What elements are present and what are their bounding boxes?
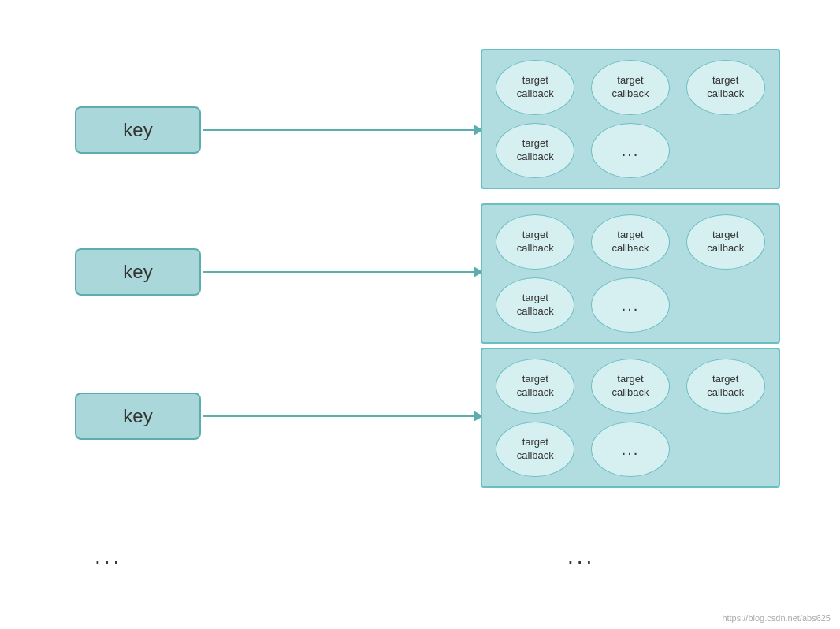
callback-oval-2-1: targetcallback (496, 214, 574, 270)
callback-oval-2-3: targetcallback (686, 214, 765, 270)
callback-oval-1-3: targetcallback (686, 60, 765, 115)
callback-oval-2-2: targetcallback (591, 214, 670, 270)
callback-oval-2-4: targetcallback (496, 277, 574, 333)
key-box-3: key (75, 393, 201, 440)
callback-oval-3-1: targetcallback (496, 359, 574, 414)
callback-oval-3-3: targetcallback (686, 359, 765, 414)
callback-group-2: targetcallback targetcallback targetcall… (481, 203, 780, 344)
bottom-dots-left: ... (95, 544, 122, 569)
callback-oval-1-1: targetcallback (496, 60, 574, 115)
callback-oval-2-dots: ... (591, 277, 670, 333)
callback-oval-1-4: targetcallback (496, 123, 574, 178)
diagram-container: key targetcallback targetcallback target… (0, 0, 840, 629)
arrow-2 (203, 271, 482, 273)
key-box-1: key (75, 106, 201, 154)
key-label-3: key (123, 405, 152, 427)
callback-oval-3-dots: ... (591, 422, 670, 477)
key-label-2: key (123, 261, 152, 283)
callback-group-1: targetcallback targetcallback targetcall… (481, 49, 780, 189)
bottom-dots-right: ... (567, 544, 595, 569)
callback-oval-1-dots: ... (591, 123, 670, 178)
callback-oval-3-4: targetcallback (496, 422, 574, 477)
arrow-3 (203, 415, 482, 417)
arrow-1 (203, 129, 482, 131)
callback-group-3: targetcallback targetcallback targetcall… (481, 348, 780, 488)
callback-oval-3-2: targetcallback (591, 359, 670, 414)
watermark: https://blog.csdn.net/abs625 (722, 613, 831, 623)
key-label-1: key (123, 119, 152, 141)
callback-oval-1-2: targetcallback (591, 60, 670, 115)
key-box-2: key (75, 248, 201, 296)
